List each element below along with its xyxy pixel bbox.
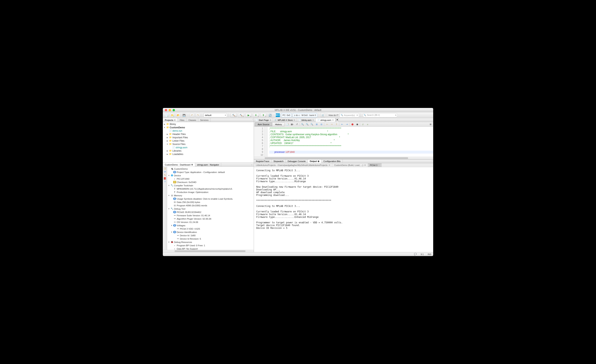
history-button[interactable]: History [272,123,284,126]
undo-button[interactable]: ↶ [190,113,194,117]
bottom-tab[interactable]: Configuration Bits [321,159,343,163]
bottom-tab[interactable]: Debugger Console [286,159,308,163]
twisty-icon[interactable]: ▼ [171,224,173,226]
dash-btn-2[interactable]: ⟳ [164,171,166,173]
hold-reset-button[interactable]: 🔄 [268,113,272,117]
dash-node[interactable]: ▼💠Device [167,174,254,177]
minimize-icon[interactable]: ▫ [252,118,254,122]
redo-button[interactable]: ↷ [195,113,200,117]
dash-node[interactable]: ▫Program BP Used: 0 Free: 1 [167,244,254,247]
dash-node[interactable]: ⊸OS Version: 01.24.06 [167,220,254,224]
open-project-button[interactable]: 📂 [176,113,180,117]
editor-tab[interactable]: 🛒MPLAB X Store⊗ [273,118,297,122]
pc-indicator[interactable]: PC: 0x0 [281,113,291,117]
scroll-thumb[interactable] [265,157,408,159]
global-search[interactable]: Search (⌘+I)⊗ [362,113,398,117]
dash-node[interactable]: ▼ℹVoltages [167,224,254,227]
twisty-icon[interactable]: ▼ [168,208,170,210]
editor-tab[interactable]: 📄Start Page⊗ [254,118,273,122]
close-icon[interactable]: ⊗ [318,160,319,163]
folder-node[interactable]: ▶📁Header Files [163,133,254,136]
dash-node[interactable]: ⊸Device Id Revision: 5 [167,237,254,240]
twisty-icon[interactable]: ▼ [171,231,173,233]
minimize-icon[interactable]: ▫ [432,159,433,163]
clean-build-button[interactable]: 🔨▾ [238,113,244,117]
nav-fwd-button[interactable]: ⇨ [330,123,334,126]
close-icon[interactable]: ⊗ [191,163,193,166]
close-icon[interactable]: ⊗ [270,119,271,121]
dash-node[interactable]: TProduction Image: Optimization: [167,190,254,194]
download-button[interactable]: ⬇▾ [253,113,259,117]
shift-right-button[interactable]: ⇥ [345,123,349,126]
bottom-tab[interactable]: Output⊗ [308,159,321,163]
dash-btn-5[interactable]: ? [164,180,165,183]
build-button[interactable]: 🔨▾ [231,113,237,117]
folder-node[interactable]: ▶📁Blinky [163,122,254,126]
file-node[interactable]: 📄stringy.asm [163,146,254,149]
minimize-window-button[interactable] [169,109,171,111]
dash-node[interactable]: ▫Data BP: No Support [167,247,254,250]
close-icon[interactable]: ⊗ [293,119,295,121]
editor-btn[interactable]: 📑 [285,123,289,126]
split-button[interactable]: ⊞ [428,123,432,126]
close-icon[interactable]: ⊗ [332,119,334,121]
dash-btn-3[interactable]: ✎ [164,174,166,177]
tab-projects[interactable]: Projects⊗ [163,118,178,122]
notifications-icon[interactable]: 💬 [414,253,417,255]
clear-icon[interactable]: ⊗ [356,114,358,116]
asm-source-button[interactable]: Asm Source [255,123,272,126]
twisty-icon[interactable]: ▶ [166,150,168,152]
twisty-icon[interactable]: ▶ [164,123,165,125]
dash-node[interactable]: ⊸Firmware Suite Version: 01.46.14 [167,214,254,217]
minimize-icon[interactable]: ▫ [251,163,254,166]
macro-rec-button[interactable] [350,123,354,126]
find-sel-button[interactable]: 🔍 [310,123,314,126]
dash-node[interactable]: #Checksum: 0x334D [167,180,254,184]
dash-btn-1[interactable]: ◳ [164,167,166,170]
dash-node[interactable]: ▪PIC12F1840 [167,177,254,180]
shift-left-button[interactable]: ⇤ [340,123,344,126]
dash-node[interactable]: ▼▤Memory [167,194,254,197]
tab-services[interactable]: Services [198,118,211,122]
console-output[interactable]: Connecting to MPLAB PICkit 3... Currentl… [254,167,433,252]
dash-node[interactable]: TMPASMWIN (v5.71) [/Applications/microch… [167,187,254,190]
twisty-icon[interactable]: ▶ [166,137,168,139]
close-window-button[interactable] [165,109,167,111]
code-content[interactable]: ;***************************************… [268,127,433,157]
twisty-icon[interactable]: ▼ [166,143,168,145]
code-editor[interactable]: 1234567891011 ;*************************… [254,127,433,157]
new-project-button[interactable]: 📁+ [170,113,175,117]
twisty-icon[interactable]: ▶ [166,140,168,142]
nav-prev-button[interactable]: ◀ [335,118,339,121]
project-tree[interactable]: ▶📁Blinky▼📁CustomDemo📄demo.tun▶📁Header Fi… [163,122,254,163]
new-file-button[interactable]: 📄+ [164,113,169,117]
bottom-tab[interactable]: Stopwatch [272,159,286,163]
bottom-tab[interactable]: RegisterTrace [254,159,272,163]
nav-back-button[interactable]: ⇦ [325,123,329,126]
nav-last-button[interactable]: ⇪ [335,123,338,126]
dash-node[interactable]: ⊸Algorithm Plugin Version: 02.05.04 [167,217,254,220]
find-next-button[interactable]: 🔍 [305,123,309,126]
twisty-icon[interactable]: ▶ [166,153,168,155]
folder-node[interactable]: ▼📁CustomDemo [163,126,254,129]
insert-mode[interactable]: INS [428,253,431,255]
editor-tab[interactable]: 📄stringy.asm⊗ [316,118,335,122]
h-scrollbar[interactable] [163,250,254,252]
dash-node[interactable]: ▼🔧Debug Tool [167,207,254,210]
dash-node[interactable]: ▤Program 4096 (0x1000) words [167,204,254,207]
toggle-hl-button[interactable]: ⊞ [315,123,319,126]
output-tab[interactable]: CustomDemo (Build, Load, ...)⊗ [332,163,368,167]
twisty-icon[interactable]: ▼ [168,241,170,243]
dash-node[interactable]: ▼🔧Compiler Toolchain [167,184,254,187]
macro-stop-button[interactable]: ◼ [355,123,359,126]
tab-dashboard[interactable]: CustomDemo - Dashboard⊗ [163,163,195,167]
dash-btn-4[interactable]: 📕 [164,177,166,180]
dashboard-tree[interactable]: 🔌CustomDemoℹProject Type: Application - … [167,167,254,250]
file-node[interactable]: 📄demo.tun [163,129,254,133]
dash-node[interactable]: ▼ℹDevice Identification [167,230,254,234]
editor-btn[interactable]: ▦▾ [290,123,294,126]
close-icon[interactable]: ⊗ [174,119,176,121]
dash-node[interactable]: ℹUsage Symbols disabled. Click to enable… [167,197,254,201]
clear-icon[interactable]: ⊗ [395,114,396,116]
mcc-icon[interactable]: MCC [276,113,280,117]
